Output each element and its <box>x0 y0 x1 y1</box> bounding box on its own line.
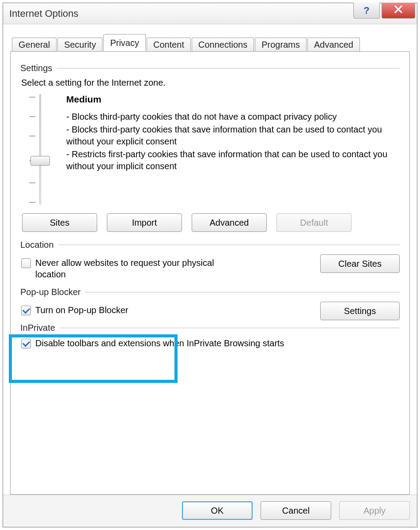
tab-content[interactable]: Content <box>147 38 191 52</box>
tab-advanced[interactable]: Advanced <box>307 38 360 52</box>
slider-tick <box>29 116 35 117</box>
section-popup-label: Pop-up Blocker <box>20 287 81 297</box>
section-popup-blocker: Pop-up Blocker <box>20 287 400 297</box>
internet-options-dialog: Internet Options ? General Security Priv… <box>3 3 417 527</box>
section-settings-label: Settings <box>20 63 52 73</box>
inprivate-checkbox[interactable] <box>21 339 31 348</box>
section-location: Location <box>20 240 400 250</box>
popup-settings-button[interactable]: Settings <box>320 302 400 320</box>
tab-connections[interactable]: Connections <box>192 38 254 52</box>
help-icon: ? <box>363 5 369 16</box>
tab-security[interactable]: Security <box>57 38 102 52</box>
popup-blocker-checkbox[interactable] <box>21 306 31 315</box>
tab-general[interactable]: General <box>12 38 57 52</box>
privacy-level-name: Medium <box>66 94 400 105</box>
slider-tick <box>29 202 35 203</box>
slider-tick <box>29 182 35 183</box>
tab-panel-privacy: Settings Select a setting for the Intern… <box>10 51 410 495</box>
tab-programs[interactable]: Programs <box>255 38 306 52</box>
help-button[interactable]: ? <box>353 3 380 19</box>
divider <box>58 245 400 245</box>
location-checkbox-label: Never allow websites to request your phy… <box>35 257 238 280</box>
privacy-level-slider[interactable] <box>20 94 60 204</box>
settings-intro: Select a setting for the Internet zone. <box>21 78 400 88</box>
default-button: Default <box>276 213 352 232</box>
tab-privacy[interactable]: Privacy <box>103 34 146 51</box>
clear-sites-button[interactable]: Clear Sites <box>320 254 400 273</box>
slider-thumb[interactable] <box>30 156 50 166</box>
cancel-button[interactable]: Cancel <box>261 501 331 520</box>
close-icon <box>394 4 403 17</box>
inprivate-checkbox-label: Disable toolbars and extensions when InP… <box>35 337 284 349</box>
privacy-bullet: - Blocks third-party cookies that do not… <box>66 111 400 123</box>
slider-tick <box>29 97 35 98</box>
section-inprivate: InPrivate <box>20 323 400 333</box>
privacy-level-description: Medium - Blocks third-party cookies that… <box>66 94 400 173</box>
divider <box>60 328 400 328</box>
privacy-bullet: - Restricts first-party cookies that sav… <box>66 148 400 172</box>
advanced-button[interactable]: Advanced <box>192 213 267 232</box>
apply-button: Apply <box>339 501 410 520</box>
dialog-content: General Security Privacy Content Connect… <box>3 24 417 495</box>
close-button[interactable] <box>382 3 415 19</box>
slider-track <box>39 94 41 204</box>
ok-button[interactable]: OK <box>182 501 253 520</box>
popup-blocker-checkbox-label: Turn on Pop-up Blocker <box>35 304 128 316</box>
divider <box>85 292 400 292</box>
sites-button[interactable]: Sites <box>22 213 97 232</box>
privacy-bullet: - Blocks third-party cookies that save i… <box>66 124 400 148</box>
section-inprivate-label: InPrivate <box>20 323 55 333</box>
location-checkbox[interactable] <box>21 258 31 268</box>
section-location-label: Location <box>20 240 54 250</box>
window-title: Internet Options <box>9 8 79 19</box>
tab-strip: General Security Privacy Content Connect… <box>10 34 410 51</box>
divider <box>57 68 400 68</box>
slider-tick <box>29 136 35 136</box>
import-button[interactable]: Import <box>107 213 182 232</box>
dialog-button-bar: OK Cancel Apply <box>3 495 417 527</box>
titlebar: Internet Options ? <box>3 3 417 24</box>
section-settings: Settings <box>20 63 400 73</box>
